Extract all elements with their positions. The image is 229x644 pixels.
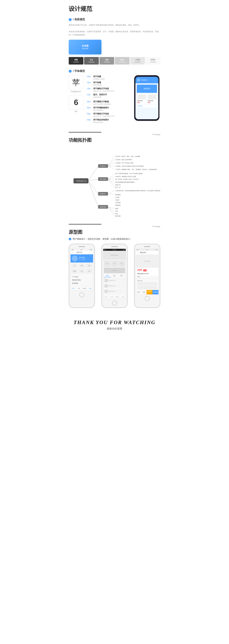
svg-line-22 [108,179,115,179]
font-dot [69,70,72,73]
topology-title: 功能拓扑图 [69,137,160,143]
buy-now-btn[interactable]: 立即购买 [152,290,158,294]
add-to-cart-btn[interactable]: 加入购物车 [146,290,152,294]
font-spec-row: 12pt 提示、说明文字 如顶块标题 [87,93,131,98]
font-spec-row: 18pt 用于标题 如导航栏大标题 [87,75,131,80]
font-example: 如文章正文、商品详情文字等 [93,115,131,118]
font-spec-list: 18pt 用于标题 如导航栏大标题 16pt 用于标题 如顶体标题 14pt 用… [87,75,131,126]
font-info: 用于标题 如导航栏大标题 [93,75,131,80]
topology-diagram: 小程序运营人员 产品中心 产品分类 - 商品名、图片、价格、分类/楼架 产品列表… [69,146,160,218]
svg-line-20 [108,176,115,179]
toolbar-home[interactable]: 首页 [103,295,109,299]
screen3-product-desc: 规格： [136,276,158,278]
menu-item[interactable]: 个人信息› [72,275,92,278]
color-section-header: / 色彩规范 [69,18,160,21]
font-pt: 16pt [87,81,93,84]
font-section: 苹 Pingfang-SC 6 Din 18pt 用于标题 如导航栏大标题 [69,75,160,126]
font-pt: 18pt [87,75,93,78]
svg-line-41 [88,181,98,207]
user-avatar [72,256,78,262]
user-info: 用户昵称 ID: 12345 [79,257,85,260]
font-info: 提示、说明文字 如顶块标题 [93,93,131,98]
menu-list: 个人信息› 我的收货地址› 联系客服› [71,274,93,286]
topology-ui-tag: UI Design [69,134,160,136]
svg-line-48 [108,207,115,214]
font-demos: 苹 Pingfang-SC 6 Din [69,75,83,112]
font-pt: 24pt [87,118,93,121]
svg-text:小程序运营人员: 小程序运营人员 [76,180,86,182]
font-info: 用于商品价格展示 商品列页价格 [93,118,131,124]
font-spec-row: 28pt 用于辅助文字信息 如文章正文、商品详情文字等 [87,112,131,118]
tab-item[interactable]: 热销 [118,274,125,277]
topology-section: 功能拓扑图 小程序运营人员 产品中心 产品分类 - 商品名、图片、价格、分类/楼… [69,137,160,218]
font-info: 用于辅助文字信息 如文章正文、商品详情文字等 [93,87,131,92]
font-pt: 28pt [87,112,93,115]
toolbar-cart[interactable]: 购物车 [115,295,120,299]
svg-text:状态功能模板管理功能组页面统计: 状态功能模板管理功能组页面统计 [115,182,135,183]
font-spec-row: 24pt 用于商品价格展示 商品列页价格 [87,118,131,124]
font-spec-row: 36pt 用于重要文字数据 如积分详情页大数据显示 [87,100,131,105]
prototype-title: 原型图 [69,229,160,235]
font-example: 如导航栏大标题 [93,78,131,80]
screen3-product-title: 商品名称XXXXXX [136,272,158,276]
phone-screen-preview: 商品列表 推荐商品 商品名称 ¥99 [135,77,158,119]
product-item[interactable]: 商品名称 ¥xxx [104,289,125,294]
icon-item: 分享 [86,269,92,274]
svg-text:历史: 历史 [115,210,118,212]
prototype-section: 原型图 用户体验设计，包括交互流程、原型图，以及UI视觉稿的设计。 信号 9:4… [69,229,160,308]
prototype-divider [69,224,101,224]
font-demo-container: 苹 Pingfang-SC 6 Din 18pt 用于标题 如导航栏大标题 [69,75,160,126]
phone-home-btn-2[interactable] [112,300,117,306]
svg-line-11 [108,166,115,166]
svg-text:产品功能 - 当前产品在微信小程序APP的详情显示: 产品功能 - 当前产品在微信小程序APP的详情显示 [115,166,144,167]
primary-color-hex: #4ca0ff [82,48,88,50]
menu-item[interactable]: 我的收货地址› [72,278,92,282]
menu-item[interactable]: 联系客服› [72,282,92,285]
toolbar-mine[interactable]: 我的 [120,295,126,299]
font-example: 如积分详情页大数据显示 [93,103,131,105]
svg-line-24 [108,179,115,182]
svg-line-13 [108,166,115,170]
icon-item: 积分 [79,269,85,274]
screen2-icon-grid: 分类1 分类2 分类3 [103,260,126,267]
topology-divider [69,132,101,132]
tab-item[interactable]: 新品 [111,274,118,277]
phone-frame-1: 信号 9:41 100% ＜ 用户中心 用户昵称 ID: 123 [69,244,95,308]
product-item[interactable]: 商品名称 ¥xxx [104,284,125,288]
grid-item[interactable]: 分类1 [104,260,111,267]
svg-text:物流快递: 物流快递 [115,204,121,206]
pingfang-char: 苹 [72,78,80,86]
font-usage: 提示、说明文字 [93,93,131,96]
svg-text:已完成: 已完成 [115,197,119,198]
svg-text:广告位置 - 视频/图片/图文、后台、营销通道、营运年年、内: 广告位置 - 视频/图片/图文、后台、营销通道、营运年年、内容展知功能 [115,169,156,170]
svg-text:产品中心: 产品中心 [100,165,106,167]
svg-text:新闻广告: 新闻广告 [115,184,121,186]
product-item[interactable]: 商品名称 ¥xxx [104,278,125,283]
font-example: 如文章正文、商品详情文字等 [93,90,131,92]
phone-screen-3: 信号9:41100% ＜ 商品详情 商品主图 ¥999 包邮 [136,249,159,294]
font-pt: 12pt [87,94,93,96]
font-pt: 14pt [87,88,93,90]
screen3-bottom-bar: 收藏 客服 加入购物车 立即购买 [136,290,158,294]
svg-text:产品分类 - 商品名、图片、价格、分类/楼架: 产品分类 - 商品名、图片、价格、分类/楼架 [115,156,140,157]
svg-line-33 [108,191,115,194]
font-section-header: / 字体规范 [69,70,160,73]
din-box: 6 [69,95,83,110]
tab-item[interactable]: 推荐 [104,274,111,277]
phone-speaker-3 [144,246,150,247]
screen3-divider [136,278,158,279]
phone-home-btn-3[interactable] [145,296,150,301]
svg-text:电话: 电话 [115,213,118,214]
grid-item[interactable]: 分类3 [118,260,125,267]
phone-home-btn-1[interactable] [79,292,84,297]
phone-screen-2: 信号 9:47 AM 100% 首页/Banner 分类1 分类2 分类3 [103,249,126,299]
screen3-navbar: ＜ 商品详情 [136,251,158,255]
prototype-desc-dot [69,238,71,240]
svg-line-35 [108,194,115,195]
font-pt: 30pt [87,106,93,109]
toolbar-category[interactable]: 分类 [109,295,115,299]
screen2-statusbar: 信号 9:47 AM 100% [103,249,126,251]
svg-line-46 [108,207,115,211]
grid-item[interactable]: 分类2 [111,260,118,267]
screen2-banner: 首页/Banner [103,251,126,260]
